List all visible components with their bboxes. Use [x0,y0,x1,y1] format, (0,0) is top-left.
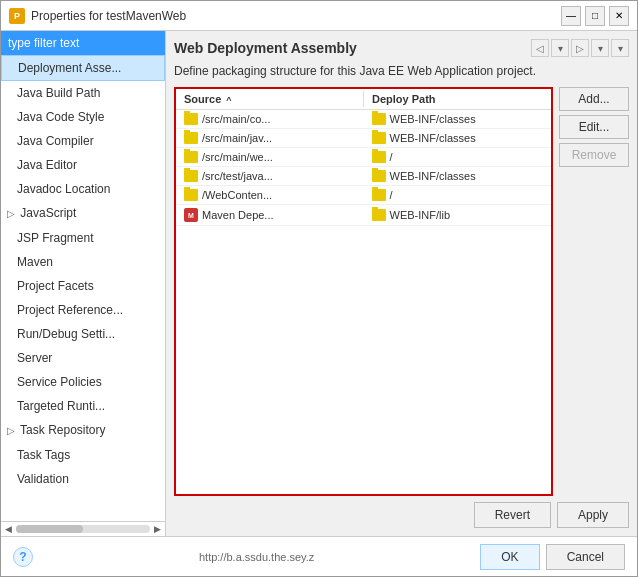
folder-icon [184,132,198,144]
folder-icon [372,209,386,221]
table-row[interactable]: /src/main/co... WEB-INF/classes [176,110,551,129]
folder-icon [184,113,198,125]
table-body: /src/main/co... WEB-INF/classes /src/mai… [176,110,551,494]
sidebar-item-javascript[interactable]: ▷ JavaScript [1,201,165,226]
folder-icon [184,189,198,201]
main-title: Web Deployment Assembly [174,40,357,56]
sidebar-item-task-repository[interactable]: ▷ Task Repository [1,418,165,443]
source-cell: /src/main/co... [176,111,364,127]
description: Define packaging structure for this Java… [174,63,629,79]
main-header: Web Deployment Assembly ◁ ▾ ▷ ▾ ▾ [174,39,629,57]
footer-url: http://b.a.ssdu.the.sey.z [199,551,314,563]
minimize-button[interactable]: — [561,6,581,26]
sidebar-item-java-code-style[interactable]: Java Code Style [1,105,165,129]
side-buttons: Add... Edit... Remove [559,87,629,496]
sidebar-scrollbar[interactable]: ◀ ▶ [1,521,165,536]
deploy-cell: WEB-INF/classes [364,111,552,127]
sidebar-item-java-editor[interactable]: Java Editor [1,153,165,177]
sidebar-item-task-tags[interactable]: Task Tags [1,443,165,467]
sidebar-item-java-compiler[interactable]: Java Compiler [1,129,165,153]
properties-window: P Properties for testMavenWeb — □ ✕ Depl… [0,0,638,577]
folder-icon [372,189,386,201]
sidebar-item-validation[interactable]: Validation [1,467,165,491]
sidebar-item-server[interactable]: Server [1,346,165,370]
filter-input[interactable] [1,31,165,55]
maven-icon: M [184,208,198,222]
footer-bar: ? http://b.a.ssdu.the.sey.z OK Cancel [1,536,637,576]
forward-button[interactable]: ▷ [571,39,589,57]
scroll-track[interactable] [16,525,150,533]
table-row[interactable]: M Maven Depe... WEB-INF/lib [176,205,551,226]
nav-buttons: ◁ ▾ ▷ ▾ ▾ [531,39,629,57]
maximize-button[interactable]: □ [585,6,605,26]
folder-icon [184,151,198,163]
source-cell: /WebConten... [176,187,364,203]
sidebar-list: Deployment Asse... Java Build Path Java … [1,55,165,521]
menu-button[interactable]: ▾ [611,39,629,57]
edit-button[interactable]: Edit... [559,115,629,139]
source-cell: /src/main/we... [176,149,364,165]
sidebar: Deployment Asse... Java Build Path Java … [1,31,166,536]
source-cell: /src/test/java... [176,168,364,184]
help-button[interactable]: ? [13,547,33,567]
deploy-cell: / [364,149,552,165]
sidebar-item-targeted-runtime[interactable]: Targeted Runti... [1,394,165,418]
add-button[interactable]: Add... [559,87,629,111]
source-cell: M Maven Depe... [176,206,364,224]
revert-button[interactable]: Revert [474,502,551,528]
forward-dropdown[interactable]: ▾ [591,39,609,57]
apply-button[interactable]: Apply [557,502,629,528]
scroll-left-arrow[interactable]: ◀ [3,524,14,534]
main-panel: Web Deployment Assembly ◁ ▾ ▷ ▾ ▾ Define… [166,31,637,536]
sidebar-item-project-references[interactable]: Project Reference... [1,298,165,322]
footer-actions: OK Cancel [480,544,625,570]
deployment-assembly-table: Source ^ Deploy Path /src/main/co... [174,87,553,496]
sidebar-item-deployment-assembly[interactable]: Deployment Asse... [1,55,165,81]
deploy-cell: WEB-INF/classes [364,168,552,184]
window-icon: P [9,8,25,24]
table-header: Source ^ Deploy Path [176,89,551,110]
back-button[interactable]: ◁ [531,39,549,57]
scroll-right-arrow[interactable]: ▶ [152,524,163,534]
assembly-container: Source ^ Deploy Path /src/main/co... [174,87,629,496]
close-button[interactable]: ✕ [609,6,629,26]
cancel-button[interactable]: Cancel [546,544,625,570]
sidebar-item-service-policies[interactable]: Service Policies [1,370,165,394]
window-title: Properties for testMavenWeb [31,9,186,23]
remove-button[interactable]: Remove [559,143,629,167]
folder-icon [372,170,386,182]
folder-icon [372,151,386,163]
table-row[interactable]: /WebConten... / [176,186,551,205]
sidebar-item-project-facets[interactable]: Project Facets [1,274,165,298]
deploy-path-column-header[interactable]: Deploy Path [364,91,551,107]
scroll-thumb [16,525,83,533]
sidebar-item-maven[interactable]: Maven [1,250,165,274]
bottom-buttons: Revert Apply [174,496,629,528]
sort-arrow-icon: ^ [226,95,231,105]
source-cell: /src/main/jav... [176,130,364,146]
folder-icon [372,113,386,125]
back-dropdown[interactable]: ▾ [551,39,569,57]
table-row[interactable]: /src/test/java... WEB-INF/classes [176,167,551,186]
table-row[interactable]: /src/main/jav... WEB-INF/classes [176,129,551,148]
deploy-cell: / [364,187,552,203]
sidebar-item-jsp-fragment[interactable]: JSP Fragment [1,226,165,250]
sidebar-item-run-debug-settings[interactable]: Run/Debug Setti... [1,322,165,346]
ok-button[interactable]: OK [480,544,539,570]
deploy-cell: WEB-INF/lib [364,207,552,223]
title-bar: P Properties for testMavenWeb — □ ✕ [1,1,637,31]
source-column-header[interactable]: Source ^ [176,91,364,107]
folder-icon [372,132,386,144]
table-row[interactable]: /src/main/we... / [176,148,551,167]
title-controls[interactable]: — □ ✕ [561,6,629,26]
folder-icon [184,170,198,182]
content-area: Deployment Asse... Java Build Path Java … [1,31,637,536]
deploy-cell: WEB-INF/classes [364,130,552,146]
sidebar-item-javadoc-location[interactable]: Javadoc Location [1,177,165,201]
title-bar-left: P Properties for testMavenWeb [9,8,186,24]
sidebar-item-java-build-path[interactable]: Java Build Path [1,81,165,105]
